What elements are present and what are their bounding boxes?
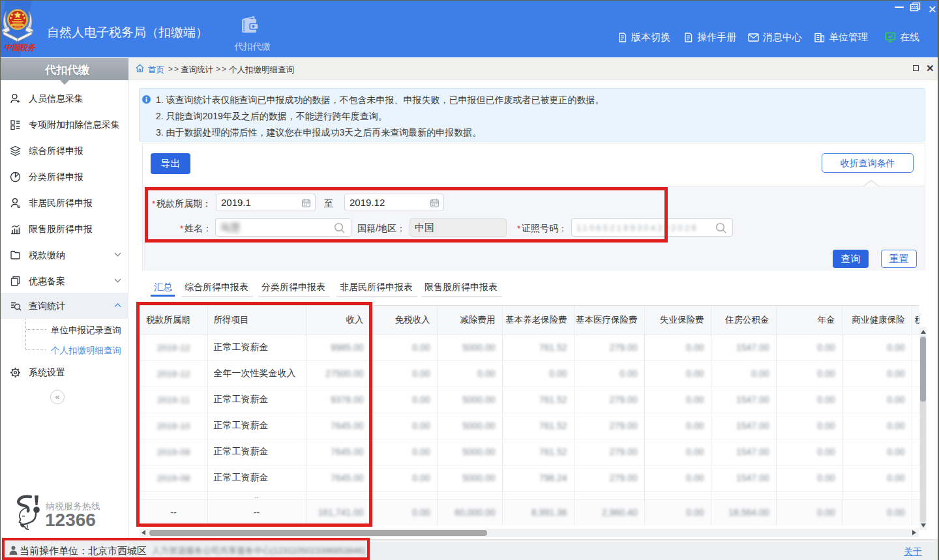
svg-text:中国税务: 中国税务 [4,43,37,52]
